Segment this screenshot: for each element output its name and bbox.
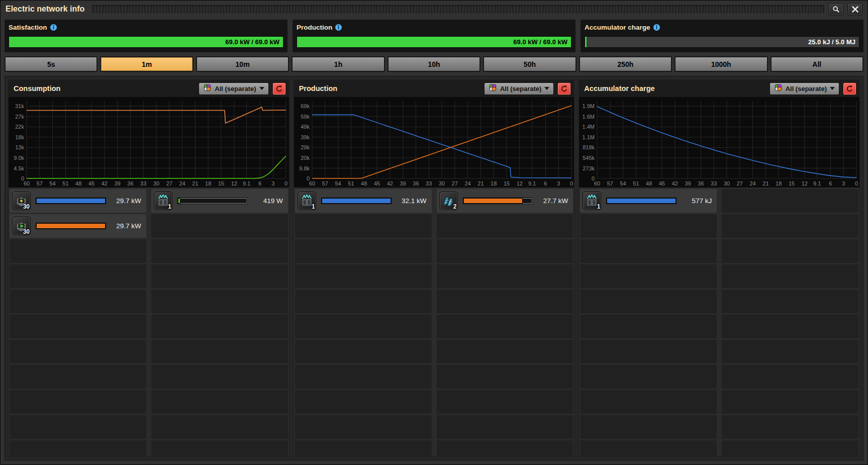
legend-item-arithmetic-combinator[interactable]: 3029.7 kW: [10, 189, 146, 213]
svg-text:6: 6: [829, 180, 832, 187]
svg-text:27: 27: [737, 180, 743, 187]
legend-column: 227.7 kW: [437, 189, 573, 456]
legend-row-empty: [580, 290, 717, 313]
legend-row-empty: [437, 264, 573, 288]
svg-text:33: 33: [140, 180, 146, 187]
legend-item-decider-combinator[interactable]: 3029.7 kW: [10, 214, 146, 238]
legend-bar: [464, 199, 532, 203]
legend-row-empty: [722, 315, 858, 338]
svg-text:18: 18: [205, 180, 211, 187]
time-range-button-1000h[interactable]: 1000h: [674, 56, 767, 72]
svg-text:54: 54: [49, 180, 55, 187]
svg-text:31k: 31k: [15, 103, 24, 109]
time-range-button-all[interactable]: All: [770, 56, 863, 72]
legend-row-empty: [580, 239, 717, 263]
svg-text:48: 48: [361, 180, 367, 187]
consumption-section: Consumption All (separate) 31k27k22k18k1…: [8, 79, 290, 457]
svg-text:273k: 273k: [583, 165, 595, 171]
svg-text:39: 39: [114, 180, 120, 187]
item-count: 1: [168, 203, 171, 210]
legend-row-empty: [151, 290, 288, 313]
titlebar-drag-handle[interactable]: [91, 5, 824, 13]
legend-row-empty: [295, 340, 432, 363]
legend-value: 419 W: [253, 197, 283, 205]
accumulator-filter-dropdown[interactable]: All (separate): [769, 82, 839, 95]
svg-text:22k: 22k: [15, 124, 24, 130]
info-icon: [50, 24, 57, 31]
accumulator-charge-label: Accumulator charge: [585, 24, 650, 31]
legend-item-accumulator[interactable]: 1419 W: [151, 189, 288, 213]
production-filter-dropdown[interactable]: All (separate): [484, 82, 554, 95]
item-count: 1: [597, 203, 601, 210]
legend-row-empty: [151, 415, 288, 439]
legend-row-empty: [10, 264, 146, 288]
legend-row-empty: [437, 365, 573, 389]
svg-text:33: 33: [426, 180, 432, 187]
legend-row-empty: [437, 239, 573, 263]
titlebar[interactable]: Electric network info: [1, 1, 867, 18]
legend-row-empty: [295, 415, 432, 439]
legend-row-empty: [295, 365, 432, 389]
legend-column: 3029.7 kW3029.7 kW: [10, 189, 146, 456]
svg-text:13k: 13k: [15, 144, 24, 150]
time-range-button-1m[interactable]: 1m: [100, 56, 193, 72]
consumption-filter-dropdown[interactable]: All (separate): [199, 82, 268, 95]
svg-text:39: 39: [685, 180, 691, 187]
refresh-icon: [560, 85, 568, 92]
svg-text:21: 21: [477, 180, 484, 187]
time-range-button-10h[interactable]: 10h: [388, 56, 480, 72]
legend-row-empty: [151, 239, 288, 263]
svg-text:0: 0: [855, 180, 858, 187]
section-title: Accumulator charge: [584, 84, 765, 92]
svg-text:0: 0: [284, 180, 287, 187]
legend-row-empty: [437, 390, 573, 414]
accumulator-charge-value: 25.0 kJ / 5.0 MJ: [808, 37, 855, 47]
svg-text:1.9M: 1.9M: [583, 103, 595, 109]
accumulator-refresh-button[interactable]: [843, 82, 856, 95]
legend-row-empty: [151, 390, 288, 414]
svg-text:27: 27: [166, 180, 172, 187]
svg-text:27: 27: [451, 180, 457, 187]
svg-text:57: 57: [607, 180, 613, 187]
satisfaction-panel: Satisfaction 69.0 kW / 69.0 kW: [5, 20, 287, 52]
svg-text:24: 24: [750, 180, 756, 187]
legend-row-empty: [437, 415, 573, 439]
time-range-button-250h[interactable]: 250h: [579, 56, 672, 72]
production-refresh-button[interactable]: [557, 82, 571, 95]
legend-item-solar-panel[interactable]: 227.7 kW: [437, 189, 573, 213]
refresh-icon: [275, 85, 283, 92]
legend-column: [722, 189, 858, 456]
svg-text:12: 12: [231, 180, 237, 187]
legend-row-empty: [151, 214, 288, 238]
svg-text:18: 18: [491, 180, 497, 187]
legend-row-empty: [580, 214, 717, 238]
production-header: Production All (separate): [294, 80, 574, 97]
production-chart: 69k59k49k39k29k20k9.8k060575451484542393…: [294, 97, 574, 188]
legend-row-empty: [437, 315, 573, 338]
legend-bar: [37, 224, 105, 228]
legend-row-empty: [580, 264, 717, 288]
legend-row-empty: [295, 315, 432, 338]
legend-item-accumulator[interactable]: 132.1 kW: [295, 189, 432, 213]
legend-value: 29.7 kW: [111, 197, 141, 205]
time-range-button-50h[interactable]: 50h: [483, 56, 576, 72]
svg-text:24: 24: [464, 180, 470, 187]
svg-text:1.4M: 1.4M: [583, 124, 595, 130]
legend-item-accumulator[interactable]: 1577 kJ: [580, 189, 717, 213]
consumption-legend: 3029.7 kW3029.7 kW 1419 W: [9, 188, 289, 456]
legend-row-empty: [10, 415, 146, 439]
search-button[interactable]: [828, 3, 843, 16]
svg-text:27k: 27k: [15, 114, 24, 120]
time-range-button-1h[interactable]: 1h: [292, 56, 384, 72]
svg-text:9.1: 9.1: [528, 180, 536, 187]
time-range-button-10m[interactable]: 10m: [196, 56, 289, 72]
time-range-button-5s[interactable]: 5s: [5, 56, 98, 72]
svg-text:12: 12: [516, 180, 522, 187]
svg-text:49k: 49k: [301, 124, 310, 130]
svg-text:24: 24: [179, 180, 185, 187]
legend-row-empty: [10, 290, 146, 313]
consumption-refresh-button[interactable]: [272, 82, 286, 95]
legend-value: 27.7 kW: [538, 197, 568, 205]
consumption-header: Consumption All (separate): [9, 80, 289, 97]
close-button[interactable]: [847, 3, 862, 16]
